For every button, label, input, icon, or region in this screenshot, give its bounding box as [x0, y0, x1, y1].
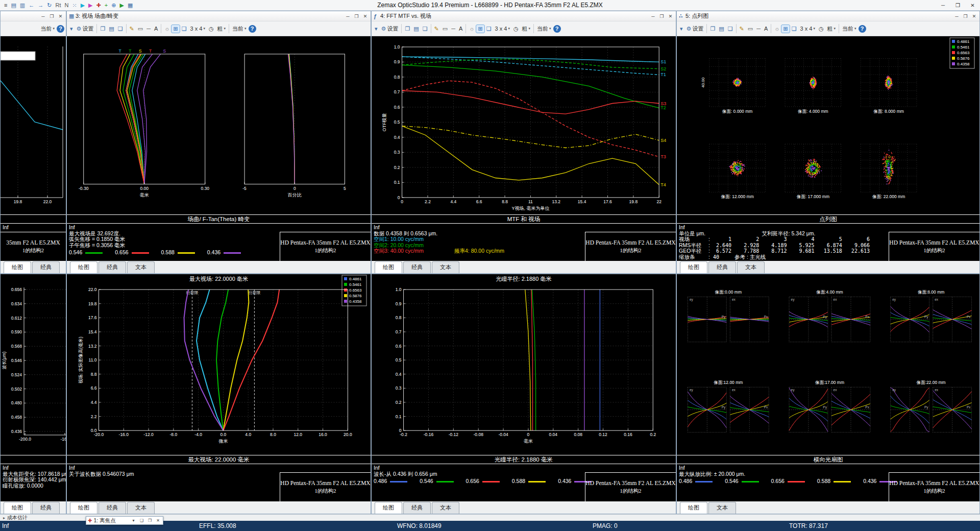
view-tab[interactable]: 经典	[32, 261, 60, 273]
play-magenta-icon[interactable]: ▶	[88, 3, 92, 8]
app-minimize-button[interactable]: ─	[936, 3, 950, 8]
grid-layout-icon[interactable]: ⊞	[476, 25, 484, 33]
view-tab[interactable]: 经典	[403, 502, 431, 514]
nsc-icon[interactable]: N	[64, 3, 68, 8]
chevron-down-icon[interactable]: ▾	[130, 518, 137, 523]
plus-icon[interactable]: +	[105, 3, 108, 8]
view-tab[interactable]: 文本	[708, 502, 736, 514]
menu-icon[interactable]: ≡	[4, 3, 7, 8]
grid-size-dropdown[interactable]: 3 x 4▾	[494, 25, 511, 33]
chart-area[interactable]: 像面: 0.000 mm40.00像面: 4.000 mm像面: 8.000 m…	[677, 36, 979, 214]
view-tab[interactable]: 绘图	[375, 261, 402, 273]
view-tab[interactable]: 绘图	[4, 261, 31, 273]
chart-area[interactable]: 02.24.46.68.81113.215.417.619.82200.10.2…	[372, 36, 676, 214]
save-icon[interactable]: ▤	[107, 25, 115, 33]
window-maximize-button[interactable]: ❐	[961, 12, 970, 20]
copy-icon[interactable]: ❐	[99, 25, 107, 33]
chevron-down-icon[interactable]: ▾	[68, 25, 75, 33]
chart-area[interactable]: 19.822.0	[1, 36, 66, 214]
target-icon[interactable]: ⊕	[111, 3, 116, 8]
config-dropdown[interactable]: 当前▾	[841, 24, 858, 34]
chart-area[interactable]: 最大视场: 22.0000 毫米0.48610.54610.65630.5876…	[67, 274, 371, 455]
save-icon[interactable]: ▤	[412, 25, 420, 33]
view-tab[interactable]: 绘图	[680, 261, 707, 273]
window-titlebar[interactable]: ƒ 4: FFT MTF vs. 视场 ─ ❐ ✕	[372, 11, 676, 21]
play-green-icon[interactable]: ▶	[119, 3, 124, 8]
auto-refresh-clock-icon[interactable]: ◷	[817, 25, 825, 33]
help-icon[interactable]: ?	[859, 25, 866, 33]
refresh-icon[interactable]: ↻	[47, 3, 52, 8]
line-thickness-dropdown[interactable]: 粗▾	[826, 24, 838, 34]
help-icon[interactable]: ?	[553, 25, 561, 33]
view-tab[interactable]: 绘图	[70, 261, 97, 273]
config-dropdown[interactable]: 当前▾	[39, 24, 56, 34]
view-tab[interactable]: 文本	[127, 261, 155, 273]
forward-arrow-icon[interactable]: →	[38, 3, 43, 8]
window-close-button[interactable]: ✕	[361, 12, 370, 20]
auto-refresh-clock-icon[interactable]: ◷	[512, 25, 520, 33]
grid-size-dropdown[interactable]: 3 x 4▾	[189, 25, 207, 33]
invert-colors-icon[interactable]: ☼	[773, 25, 781, 33]
copy-icon[interactable]: ❐	[708, 25, 717, 33]
view-tab[interactable]: 经典	[99, 502, 126, 514]
print-icon[interactable]: ❏	[421, 25, 429, 33]
chart-area[interactable]: 波长(μm)0.6560.6340.6120.5900.5680.5460.52…	[1, 274, 66, 455]
cost-estimate-label[interactable]: 成本估计	[7, 514, 28, 521]
window-minimize-button[interactable]: ─	[344, 12, 352, 20]
overlay-series-icon[interactable]: ❏	[180, 25, 188, 33]
view-tab[interactable]: 绘图	[4, 502, 31, 514]
chart-area[interactable]: -0.300.000.30毫米TTSTS-505百分比	[67, 36, 371, 214]
line-thickness-dropdown[interactable]: 粗▾	[521, 24, 532, 34]
view-tab[interactable]: 文本	[432, 261, 459, 273]
editor-icon[interactable]: ⁙	[72, 3, 77, 8]
annotate-pencil-icon[interactable]: ✎	[738, 25, 746, 33]
play-cyan-icon[interactable]: ▶	[81, 3, 85, 8]
save-icon[interactable]: ▤	[717, 25, 725, 33]
save-all-icon[interactable]: ▥	[20, 3, 25, 8]
annotate-line-icon[interactable]: ─	[145, 25, 152, 33]
expand-arrow-icon[interactable]: ▸	[3, 516, 5, 520]
invert-colors-icon[interactable]: ☼	[163, 25, 171, 33]
help-icon[interactable]: ?	[57, 25, 64, 33]
annotate-rectangle-icon[interactable]: ▭	[746, 25, 754, 33]
view-tab[interactable]: 文本	[127, 502, 155, 514]
window-titlebar[interactable]: ─ ❐ ✕	[1, 11, 66, 21]
crosshair-icon[interactable]: ✚	[96, 3, 101, 8]
grid-layout-icon[interactable]: ⊞	[172, 25, 179, 33]
print-icon[interactable]: ❏	[116, 25, 125, 33]
annotate-pencil-icon[interactable]: ✎	[128, 25, 136, 33]
floating-window-defocus[interactable]: ✚ 1: 离焦点 ▾ ❏ ❐ ✕	[86, 516, 163, 525]
settings-button[interactable]: ⚙设置	[685, 24, 705, 34]
overlay-series-icon[interactable]: ❏	[485, 25, 493, 33]
floating-window-close-button[interactable]: ✕	[155, 518, 161, 523]
annotate-line-icon[interactable]: ─	[450, 25, 457, 33]
settings-button[interactable]: ⚙设置	[380, 24, 400, 34]
window-close-button[interactable]: ✕	[56, 12, 65, 20]
window-close-button[interactable]: ✕	[970, 12, 978, 20]
line-thickness-dropdown[interactable]: 粗▾	[216, 24, 228, 34]
print-icon[interactable]: ❏	[726, 25, 734, 33]
config-dropdown[interactable]: 当前▾	[535, 24, 553, 34]
window-close-button[interactable]: ✕	[666, 12, 675, 20]
view-tab[interactable]: 绘图	[680, 502, 707, 514]
floating-window-maximize-button[interactable]: ❐	[146, 518, 153, 523]
config-dropdown[interactable]: 当前▾	[231, 24, 248, 34]
app-close-button[interactable]: ✕	[965, 3, 980, 8]
floating-window-title[interactable]: 1: 离焦点	[93, 517, 115, 524]
window-maximize-button[interactable]: ❐	[47, 12, 56, 20]
chart-area[interactable]: 像面:0.00 mmeyPyexPx像面:4.00 mmeyPyexPx像面:8…	[677, 274, 979, 455]
overlay-series-icon[interactable]: ❏	[790, 25, 798, 33]
back-arrow-icon[interactable]: ←	[29, 3, 34, 8]
grid-icon[interactable]: ▦	[128, 3, 133, 8]
chevron-down-icon[interactable]: ▾	[678, 25, 684, 33]
chevron-down-icon[interactable]: ▾	[373, 25, 379, 33]
view-tab[interactable]: 经典	[403, 261, 431, 273]
window-minimize-button[interactable]: ─	[39, 12, 47, 20]
app-restore-button[interactable]: ❐	[950, 3, 965, 8]
ray-trace-icon[interactable]: Rt	[55, 3, 61, 8]
annotate-text-icon[interactable]: A	[153, 25, 159, 33]
view-tab[interactable]: 绘图	[70, 502, 97, 514]
annotate-text-icon[interactable]: A	[457, 25, 464, 33]
grid-layout-icon[interactable]: ⊞	[781, 25, 789, 33]
view-tab[interactable]: 经典	[708, 261, 736, 273]
